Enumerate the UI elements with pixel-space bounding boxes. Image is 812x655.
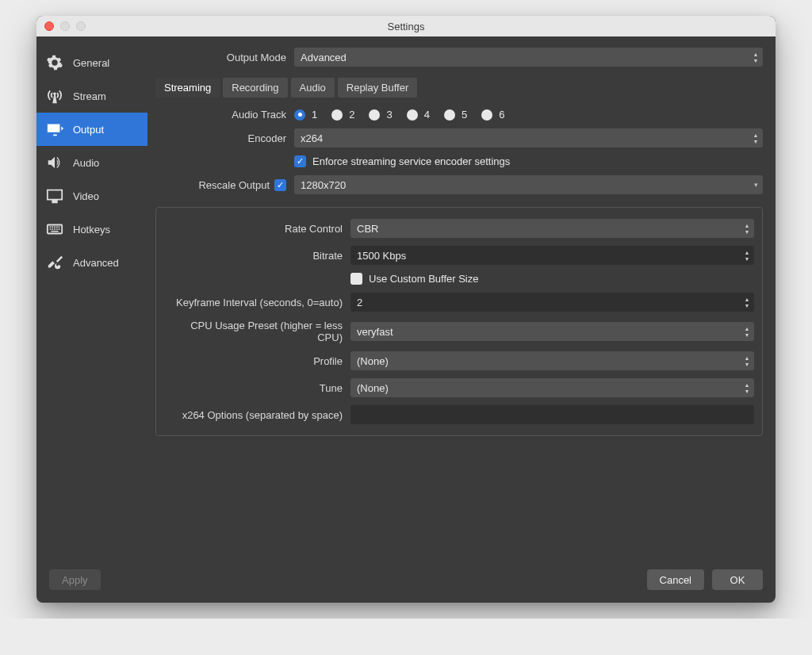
output-icon xyxy=(44,121,65,138)
rate-control-select[interactable]: CBR ▲▼ xyxy=(350,219,754,238)
encoder-select[interactable]: x264 ▲▼ xyxy=(294,128,763,147)
chevron-down-icon: ▾ xyxy=(754,181,758,189)
sidebar-item-audio[interactable]: Audio xyxy=(36,146,147,179)
sidebar-item-stream[interactable]: Stream xyxy=(36,79,147,113)
antenna-icon xyxy=(44,87,65,105)
apply-button[interactable]: Apply xyxy=(49,569,101,590)
sidebar-item-general[interactable]: General xyxy=(36,46,147,79)
sidebar-item-video[interactable]: Video xyxy=(36,179,147,213)
rescale-checkbox[interactable]: ✓ xyxy=(274,179,286,191)
enforce-label: Enforce streaming service encoder settin… xyxy=(312,155,510,167)
rate-control-label: Rate Control xyxy=(164,223,350,235)
output-tabs: Streaming Recording Audio Replay Buffer xyxy=(155,78,763,98)
main-panel: Output Mode Advanced ▲▼ Streaming Record… xyxy=(147,36,776,560)
stepper-icon: ▲▼ xyxy=(741,220,753,236)
gear-icon xyxy=(44,54,65,71)
tab-replay-buffer[interactable]: Replay Buffer xyxy=(338,78,418,98)
sidebar-item-hotkeys[interactable]: Hotkeys xyxy=(36,213,147,246)
x264-opts-input[interactable] xyxy=(350,405,754,424)
stepper-icon: ▲▼ xyxy=(750,130,761,146)
ok-button[interactable]: OK xyxy=(712,569,763,590)
bitrate-label: Bitrate xyxy=(164,250,350,262)
sidebar-item-label: Stream xyxy=(73,90,106,102)
audio-track-radios: 1 2 3 4 5 6 xyxy=(294,109,504,121)
window-title: Settings xyxy=(36,21,776,33)
keyframe-input[interactable]: 2 ▲▼ xyxy=(350,293,754,312)
tab-audio[interactable]: Audio xyxy=(291,78,335,98)
keyframe-label: Keyframe Interval (seconds, 0=auto) xyxy=(164,297,350,308)
sidebar-item-label: Advanced xyxy=(73,257,119,269)
cancel-button[interactable]: Cancel xyxy=(647,569,704,590)
profile-label: Profile xyxy=(164,355,350,367)
audio-track-label: Audio Track xyxy=(155,109,294,121)
zoom-icon[interactable] xyxy=(76,21,86,31)
custom-buffer-label: Use Custom Buffer Size xyxy=(369,273,478,285)
tune-select[interactable]: (None) ▲▼ xyxy=(350,378,754,397)
audio-track-2-radio[interactable] xyxy=(331,109,343,121)
x264-opts-label: x264 Options (separated by space) xyxy=(164,409,350,421)
sidebar-item-advanced[interactable]: Advanced xyxy=(36,246,147,279)
titlebar: Settings xyxy=(36,16,776,36)
enforce-checkbox[interactable]: ✓ xyxy=(294,155,306,167)
stepper-icon: ▲▼ xyxy=(741,380,753,396)
output-mode-select[interactable]: Advanced ▲▼ xyxy=(294,48,763,67)
monitor-icon xyxy=(44,187,65,205)
sidebar-item-label: General xyxy=(73,57,109,69)
tab-recording[interactable]: Recording xyxy=(223,78,287,98)
sidebar-item-label: Audio xyxy=(73,157,99,169)
keyboard-icon xyxy=(44,220,65,238)
stepper-icon: ▲▼ xyxy=(741,294,753,310)
stepper-icon: ▲▼ xyxy=(741,247,753,263)
speaker-icon xyxy=(44,154,65,171)
cpu-preset-label: CPU Usage Preset (higher = less CPU) xyxy=(164,320,350,343)
sidebar-item-label: Video xyxy=(73,190,99,202)
cpu-preset-select[interactable]: veryfast ▲▼ xyxy=(350,322,754,341)
audio-track-4-radio[interactable] xyxy=(407,109,418,121)
tune-label: Tune xyxy=(164,382,350,394)
audio-track-3-radio[interactable] xyxy=(369,109,380,121)
encoder-settings-frame: Rate Control CBR ▲▼ Bitrate 1500 Kbps ▲▼ xyxy=(155,207,763,436)
custom-buffer-checkbox[interactable] xyxy=(350,273,362,285)
audio-track-5-radio[interactable] xyxy=(444,109,455,121)
encoder-label: Encoder xyxy=(155,132,294,144)
sidebar: General Stream Output Audio xyxy=(36,36,147,560)
footer: Apply Cancel OK xyxy=(36,560,776,603)
tools-icon xyxy=(44,254,65,271)
sidebar-item-output[interactable]: Output xyxy=(36,113,147,146)
rescale-select[interactable]: 1280x720 ▾ xyxy=(294,175,763,194)
settings-window: Settings General Stream Output xyxy=(36,16,776,603)
stepper-icon: ▲▼ xyxy=(741,353,753,369)
audio-track-6-radio[interactable] xyxy=(481,109,492,121)
sidebar-item-label: Output xyxy=(73,124,104,136)
tab-streaming[interactable]: Streaming xyxy=(155,78,220,98)
sidebar-item-label: Hotkeys xyxy=(73,224,110,236)
stepper-icon: ▲▼ xyxy=(750,49,761,65)
rescale-label: Rescale Output xyxy=(198,179,270,191)
bitrate-input[interactable]: 1500 Kbps ▲▼ xyxy=(350,246,754,265)
stepper-icon: ▲▼ xyxy=(741,324,753,339)
close-icon[interactable] xyxy=(44,21,54,31)
minimize-icon[interactable] xyxy=(60,21,70,31)
profile-select[interactable]: (None) ▲▼ xyxy=(350,351,754,370)
audio-track-1-radio[interactable] xyxy=(294,109,305,121)
output-mode-label: Output Mode xyxy=(155,52,294,63)
